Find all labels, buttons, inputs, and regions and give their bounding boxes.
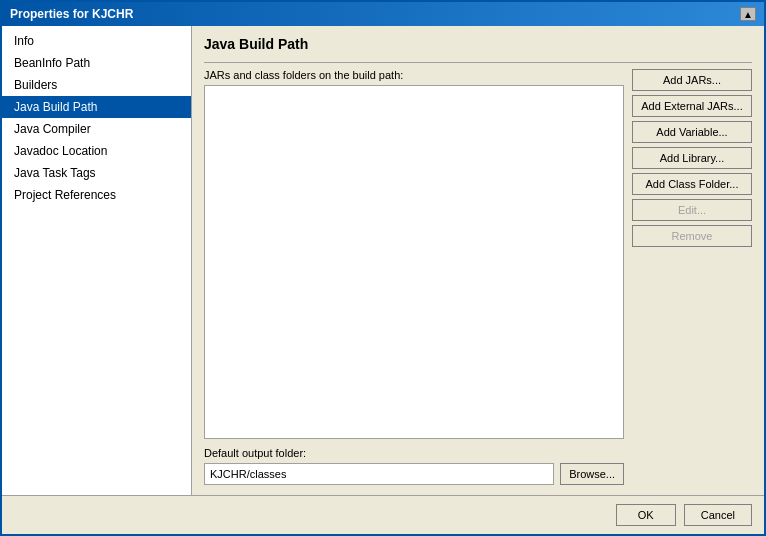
output-label: Default output folder:	[204, 447, 624, 459]
list-section: JARs and class folders on the build path…	[204, 69, 624, 485]
add-library-button[interactable]: Add Library...	[632, 147, 752, 169]
sidebar: InfoBeanInfo PathBuildersJava Build Path…	[2, 26, 192, 495]
add-class-folder-button[interactable]: Add Class Folder...	[632, 173, 752, 195]
add-jars-button[interactable]: Add JARs...	[632, 69, 752, 91]
remove-button[interactable]: Remove	[632, 225, 752, 247]
window-body: InfoBeanInfo PathBuildersJava Build Path…	[2, 26, 764, 495]
page-title: Java Build Path	[204, 36, 752, 52]
edit-button[interactable]: Edit...	[632, 199, 752, 221]
sidebar-item-beaninfo-path[interactable]: BeanInfo Path	[2, 52, 191, 74]
ok-button[interactable]: OK	[616, 504, 676, 526]
tab-bar	[204, 62, 752, 63]
sidebar-item-javadoc-location[interactable]: Javadoc Location	[2, 140, 191, 162]
output-row: Browse...	[204, 463, 624, 485]
sidebar-item-java-compiler[interactable]: Java Compiler	[2, 118, 191, 140]
sidebar-item-builders[interactable]: Builders	[2, 74, 191, 96]
window-title: Properties for KJCHR	[10, 7, 133, 21]
footer: OK Cancel	[2, 495, 764, 534]
cancel-button[interactable]: Cancel	[684, 504, 752, 526]
sidebar-item-java-build-path[interactable]: Java Build Path	[2, 96, 191, 118]
content-area: JARs and class folders on the build path…	[204, 69, 752, 485]
add-variable-button[interactable]: Add Variable...	[632, 121, 752, 143]
close-icon: ▲	[743, 9, 753, 20]
output-folder-input[interactable]	[204, 463, 554, 485]
jar-list	[204, 85, 624, 439]
button-panel: Add JARs... Add External JARs... Add Var…	[632, 69, 752, 485]
sidebar-item-project-references[interactable]: Project References	[2, 184, 191, 206]
browse-button[interactable]: Browse...	[560, 463, 624, 485]
sidebar-item-info[interactable]: Info	[2, 30, 191, 52]
properties-window: Properties for KJCHR ▲ InfoBeanInfo Path…	[0, 0, 766, 536]
sidebar-item-java-task-tags[interactable]: Java Task Tags	[2, 162, 191, 184]
list-label: JARs and class folders on the build path…	[204, 69, 624, 81]
add-external-jars-button[interactable]: Add External JARs...	[632, 95, 752, 117]
main-content: Java Build Path JARs and class folders o…	[192, 26, 764, 495]
output-section: Default output folder: Browse...	[204, 447, 624, 485]
close-button[interactable]: ▲	[740, 7, 756, 21]
title-bar: Properties for KJCHR ▲	[2, 2, 764, 26]
